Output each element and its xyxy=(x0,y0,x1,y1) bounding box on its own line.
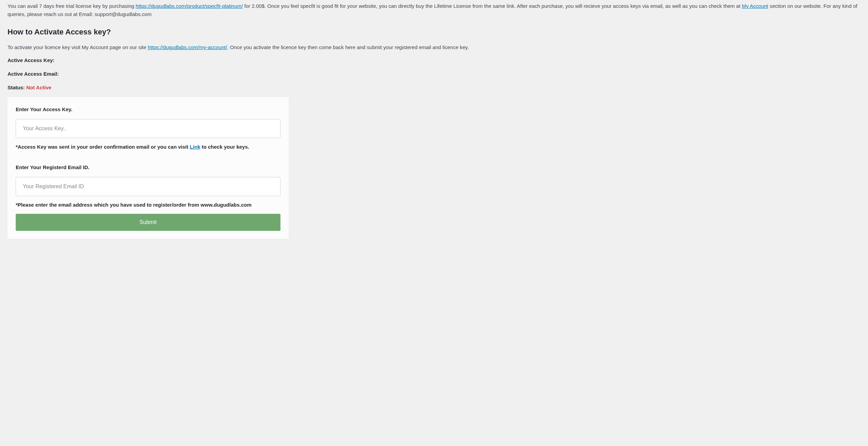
access-key-helper: *Access Key was sent in your order confi… xyxy=(16,143,280,151)
access-key-input[interactable] xyxy=(16,119,280,138)
activation-form: Enter Your Access Key. *Access Key was s… xyxy=(8,97,289,239)
activate-text-1: To activate your licence key visit My Ac… xyxy=(8,44,148,50)
my-account-link[interactable]: My Account xyxy=(742,3,768,9)
activate-heading: How to Activate Access key? xyxy=(8,26,860,38)
status-line: Status: Not Active xyxy=(8,84,860,92)
email-label: Enter Your Registerd Email ID. xyxy=(16,163,280,172)
my-account-page-link[interactable]: https://dugudlabs.com/my-account/ xyxy=(148,44,227,50)
activate-paragraph: To activate your licence key visit My Ac… xyxy=(8,43,860,51)
product-link[interactable]: https://dugudlabs.com/product/specfit-pl… xyxy=(136,3,243,9)
intro-text-2: for 2.00$. Once you feel specfit is good… xyxy=(243,3,742,9)
access-key-label: Enter Your Access Key. xyxy=(16,105,280,114)
active-access-email-label: Active Access Email: xyxy=(8,70,860,78)
status-label: Status: xyxy=(8,85,26,90)
submit-button[interactable]: Submit xyxy=(16,214,280,231)
access-key-helper-2: to check your keys. xyxy=(200,144,249,150)
intro-text-1: You can avail 7 days free trial license … xyxy=(8,3,136,9)
status-value: Not Active xyxy=(26,85,52,90)
intro-paragraph: You can avail 7 days free trial license … xyxy=(8,2,860,18)
email-helper: *Please enter the email address which yo… xyxy=(16,201,280,209)
activate-text-2: . Once you activate the licence key then… xyxy=(227,44,469,50)
check-keys-link[interactable]: Link xyxy=(190,144,200,150)
email-input[interactable] xyxy=(16,177,280,196)
access-key-helper-1: *Access Key was sent in your order confi… xyxy=(16,144,190,150)
active-access-key-label: Active Access Key: xyxy=(8,56,860,64)
